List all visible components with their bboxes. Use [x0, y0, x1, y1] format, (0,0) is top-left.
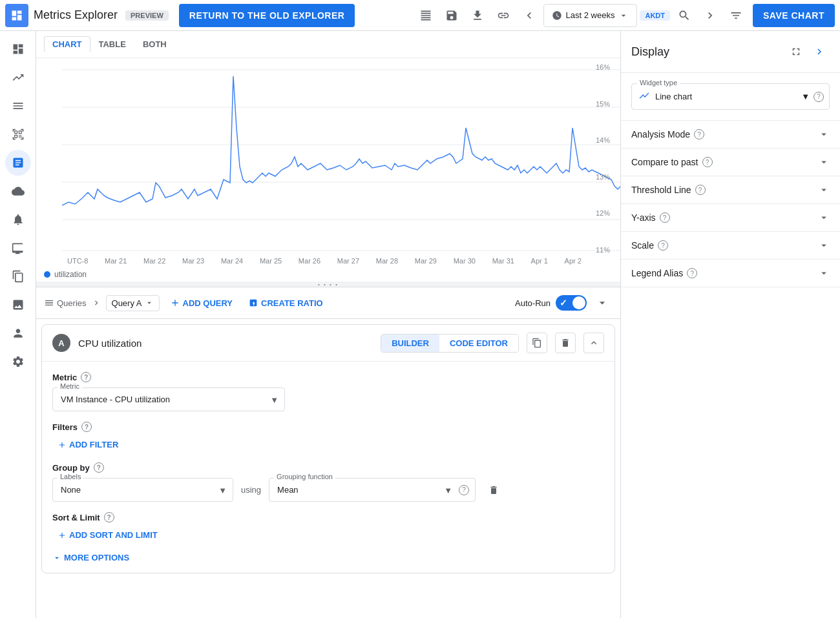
sidebar-item-monitor[interactable]: [5, 235, 31, 261]
analysis-mode-title: Analysis Mode ?: [631, 129, 818, 139]
metric-help-icon[interactable]: ?: [81, 372, 91, 382]
compare-to-past-header[interactable]: Compare to past ?: [621, 149, 840, 176]
group-by-help-icon[interactable]: ?: [94, 462, 104, 473]
scale-section: Scale ?: [621, 232, 840, 260]
expand-panel-button[interactable]: [809, 41, 830, 62]
query-card-header: A CPU utilization BUILDER CODE EDITOR: [42, 325, 614, 362]
y-axis-header[interactable]: Y-axis ?: [621, 204, 840, 231]
query-form: Metric ? Metric VM Instance - CPU utiliz…: [42, 362, 614, 573]
time-range-selector[interactable]: Last 2 weeks: [543, 4, 638, 27]
threshold-line-section: Threshold Line ?: [621, 176, 840, 204]
query-name-button[interactable]: Query A: [106, 295, 160, 311]
sidebar-item-profiling[interactable]: [5, 178, 31, 204]
compare-to-past-chevron-icon: [818, 156, 830, 168]
grouping-help-icon[interactable]: ?: [459, 485, 469, 495]
add-query-button[interactable]: ADD QUERY: [165, 295, 238, 311]
add-filter-button[interactable]: ADD FILTER: [52, 437, 604, 452]
group-by-section: Group by ? Labels None ▼ using Groupi: [52, 462, 604, 502]
sidebar-item-metrics[interactable]: [5, 65, 31, 90]
delete-group-by-button[interactable]: [483, 480, 504, 500]
compare-to-past-title: Compare to past ?: [631, 157, 818, 167]
y-axis-help-icon[interactable]: ?: [660, 212, 670, 223]
chart-wrapper: 16% 15% 14% 13% 12% 11%: [36, 58, 620, 265]
sort-limit-help-icon[interactable]: ?: [104, 512, 114, 522]
collapse-query-button[interactable]: [583, 333, 604, 353]
sidebar-item-traces[interactable]: [5, 121, 31, 147]
sidebar-item-copy[interactable]: [5, 263, 31, 289]
next-button[interactable]: [698, 4, 722, 27]
sidebar-item-alerting[interactable]: [5, 207, 31, 232]
save-icon-button[interactable]: [440, 4, 463, 27]
create-ratio-button[interactable]: CREATE RATIO: [243, 295, 328, 311]
compare-to-past-help-icon[interactable]: ?: [702, 157, 713, 167]
sidebar-item-logs[interactable]: [5, 93, 31, 119]
widget-type-help-icon[interactable]: ?: [814, 92, 824, 102]
legend-dot: [44, 271, 50, 278]
labels-select[interactable]: None: [52, 478, 233, 502]
tab-table[interactable]: TABLE: [90, 36, 134, 52]
metric-select[interactable]: VM Instance - CPU utilization: [52, 387, 285, 411]
return-to-old-explorer-button[interactable]: RETURN TO THE OLD EXPLORER: [179, 4, 355, 27]
download-icon-button[interactable]: [466, 4, 489, 27]
prev-button[interactable]: [518, 4, 541, 27]
legend-alias-header[interactable]: Legend Alias ?: [621, 260, 840, 287]
search-icon-button[interactable]: [673, 4, 696, 27]
chart-y-axis: 16% 15% 14% 13% 12% 11%: [596, 63, 610, 254]
resize-handle[interactable]: • • • •: [36, 282, 620, 287]
sort-limit-section: Sort & Limit ? ADD SORT AND LIMIT: [52, 512, 604, 542]
widget-type-value: Line chart ▼ ?: [632, 87, 829, 107]
sidebar-item-metrics-explorer[interactable]: [5, 150, 31, 176]
query-title: CPU utilization: [78, 338, 373, 349]
link-icon-button[interactable]: [492, 4, 515, 27]
query-card: A CPU utilization BUILDER CODE EDITOR: [41, 324, 615, 573]
scale-help-icon[interactable]: ?: [658, 240, 668, 251]
sidebar-item-slo[interactable]: [5, 292, 31, 318]
y-label-15: 15%: [596, 100, 610, 108]
labels-field-label: Labels: [58, 473, 83, 480]
using-text: using: [241, 485, 261, 495]
code-editor-tab[interactable]: CODE EDITOR: [439, 335, 518, 352]
app-logo: [5, 4, 28, 27]
grouping-function-select[interactable]: Mean: [269, 478, 476, 502]
filters-help-icon[interactable]: ?: [81, 422, 92, 432]
content-area: CHART TABLE BOTH: [36, 31, 620, 618]
add-sort-limit-button[interactable]: ADD SORT AND LIMIT: [52, 528, 604, 542]
tab-chart[interactable]: CHART: [44, 36, 90, 52]
builder-tab[interactable]: BUILDER: [381, 335, 439, 352]
add-filter-icon: [58, 440, 67, 449]
delete-query-button[interactable]: [555, 333, 576, 353]
threshold-line-header[interactable]: Threshold Line ?: [621, 176, 840, 203]
collapse-panel-button[interactable]: [786, 41, 806, 62]
tab-both[interactable]: BOTH: [134, 36, 175, 52]
threshold-line-help-icon[interactable]: ?: [695, 185, 706, 195]
display-title: Display: [631, 45, 786, 59]
sidebar-item-home[interactable]: [5, 36, 31, 62]
query-editor: A CPU utilization BUILDER CODE EDITOR: [36, 319, 620, 618]
display-header: Display: [621, 31, 840, 73]
sort-limit-section-title: Sort & Limit ?: [52, 512, 604, 522]
analysis-mode-header[interactable]: Analysis Mode ?: [621, 121, 840, 148]
sidebar-item-settings[interactable]: [5, 349, 31, 375]
app-title: Metrics Explorer: [34, 8, 118, 22]
auto-run-toggle[interactable]: ✓: [556, 295, 587, 311]
copy-query-button[interactable]: [527, 333, 547, 353]
topbar: Metrics Explorer PREVIEW RETURN TO THE O…: [0, 0, 840, 31]
timezone-badge[interactable]: AKDT: [640, 10, 670, 21]
y-label-14: 14%: [596, 136, 610, 144]
sidebar-item-user[interactable]: [5, 320, 31, 346]
table-icon-button[interactable]: [414, 4, 437, 27]
queries-label[interactable]: Queries: [44, 298, 87, 308]
legend-alias-help-icon[interactable]: ?: [687, 268, 697, 278]
scale-header[interactable]: Scale ?: [621, 232, 840, 259]
analysis-mode-help-icon[interactable]: ?: [694, 129, 704, 139]
filters-section: Filters ? ADD FILTER: [52, 422, 604, 452]
save-chart-button[interactable]: SAVE CHART: [753, 4, 835, 27]
filter-icon-button[interactable]: [724, 4, 748, 27]
time-range-label: Last 2 weeks: [566, 10, 615, 20]
builder-code-tabs: BUILDER CODE EDITOR: [381, 334, 519, 353]
query-dropdown-icon: [145, 298, 154, 307]
expand-button[interactable]: [592, 293, 613, 313]
scale-title: Scale ?: [631, 240, 818, 251]
more-options-button[interactable]: MORE OPTIONS: [52, 553, 604, 562]
y-axis-chevron-icon: [818, 212, 830, 223]
